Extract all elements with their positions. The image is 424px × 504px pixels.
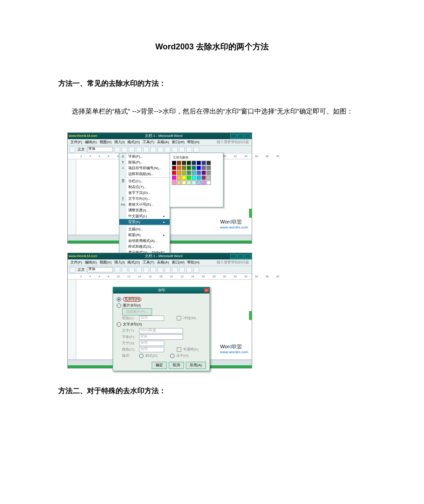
color-swatch[interactable] [206,166,211,170]
font-select[interactable]: 宋体 [87,147,113,152]
color-swatch[interactable] [206,175,211,180]
window-buttons[interactable] [230,134,251,139]
color-swatch[interactable] [182,166,186,170]
color-swatch[interactable] [182,180,186,185]
window-buttons[interactable] [230,254,251,259]
toolbar-button[interactable] [179,147,185,153]
color-swatch[interactable] [201,175,206,180]
toolbar[interactable]: 正文 宋体 [68,146,252,153]
menu-file[interactable]: 文件(F) [70,140,83,144]
color-swatch[interactable] [172,161,176,165]
more-colors[interactable]: 其他颜色(M)... [172,186,221,192]
menu-insert[interactable]: 插入(I) [114,140,126,144]
font-select-dlg[interactable]: 宋体 [139,334,183,340]
background-submenu[interactable]: 无填充颜色 其他颜色(M)... 填充效果(F)... 水印(W)... [170,153,223,207]
radio-picture-watermark[interactable]: 图片水印(I) [117,302,206,309]
text-select[interactable]: Word联盟 [139,328,183,333]
color-swatches[interactable] [172,161,221,185]
color-select[interactable]: 自动 [139,347,164,352]
color-swatch[interactable] [201,161,206,165]
color-swatch[interactable] [177,171,181,175]
toolbar-button[interactable] [165,147,170,153]
format-dropdown[interactable]: A字体(F)... ¶段落(P)... ≡项目符号和编号(N)... 边框和底纹… [119,153,170,262]
toolbar-button[interactable] [136,147,142,153]
color-swatch[interactable] [172,175,176,180]
toolbar[interactable]: 正文 宋体 [68,266,252,274]
toolbar-button[interactable] [129,147,135,153]
document-area[interactable]: d联盟 A字体(F)... ¶段落(P)... ≡项目符号和编号(N)... 边… [68,159,252,235]
color-swatch[interactable] [172,171,176,175]
menu-help[interactable]: 帮助(H) [186,140,215,144]
menu-bar[interactable]: 文件(F) 编辑(E) 视图(V) 插入(I) 格式(O) 工具(T) 表格(A… [68,139,252,146]
menu-window[interactable]: 窗口(W) [171,140,186,144]
color-swatch[interactable] [177,166,181,170]
color-swatch[interactable] [201,166,206,170]
watermark-item[interactable]: 水印(W)... [172,199,221,205]
menu-tools[interactable]: 工具(T) [142,140,155,144]
color-swatch[interactable] [197,161,201,165]
color-swatch[interactable] [201,171,206,175]
menu-bar[interactable]: 文件(F) 编辑(E) 视图(V) 插入(I) 格式(O) 工具(T) 表格(A… [68,259,252,266]
menu-table[interactable]: 表格(A) [156,140,170,144]
help-hint[interactable]: 键入需要帮助的问题 [216,140,250,144]
color-swatch[interactable] [187,175,191,180]
color-swatch[interactable] [206,180,211,185]
toolbar-button[interactable] [157,147,163,153]
toolbar-button[interactable] [186,147,192,153]
document-area[interactable]: 水印× 无水印(N) 图片水印(I) 选择图片(P)... 缩放(L): 自动 … [68,280,252,359]
toolbar-button[interactable] [172,147,178,153]
diagonal-radio[interactable] [139,354,144,358]
color-swatch[interactable] [177,175,181,180]
toolbar-button[interactable] [122,147,127,153]
scale-select[interactable]: 自动 [139,316,164,321]
menu-edit[interactable]: 编辑(E) [84,140,98,144]
color-swatch[interactable] [187,180,191,185]
no-fill-label[interactable]: 无填充颜色 [172,155,221,161]
color-swatch[interactable] [182,171,186,175]
color-swatch[interactable] [177,180,181,185]
color-swatch[interactable] [172,166,176,170]
color-swatch[interactable] [182,175,186,180]
menu-view[interactable]: 视图(V) [99,140,113,144]
color-swatch[interactable] [192,171,196,175]
color-swatch[interactable] [201,180,206,185]
watermark-dialog[interactable]: 水印× 无水印(N) 图片水印(I) 选择图片(P)... 缩放(L): 自动 … [113,287,210,371]
toolbar-button[interactable] [70,147,75,153]
close-icon[interactable]: × [204,288,209,292]
size-select[interactable]: 自动 [139,341,164,346]
toolbar-button[interactable] [114,147,120,153]
color-swatch[interactable] [206,171,211,175]
color-swatch[interactable] [187,166,191,170]
color-swatch[interactable] [182,161,186,165]
color-swatch[interactable] [177,161,181,165]
cancel-button[interactable]: 取消 [169,362,184,369]
style-label[interactable]: 正文 [77,148,86,151]
select-picture-button[interactable]: 选择图片(P)... [122,308,152,316]
fill-effects[interactable]: 填充效果(F)... [172,193,221,198]
toolbar-button[interactable] [143,147,149,153]
color-swatch[interactable] [192,161,196,165]
color-swatch[interactable] [172,180,176,185]
color-swatch[interactable] [192,166,196,170]
color-swatch[interactable] [187,171,191,175]
radio-no-watermark[interactable]: 无水印(N) [117,296,206,302]
color-swatch[interactable] [197,180,201,185]
color-swatch[interactable] [197,175,201,180]
menu-item-background[interactable]: 背景(K)▸ 无填充颜色 其他颜色(M)... 填充效果(F)... 水印(W)… [119,219,170,225]
toolbar-button[interactable] [150,147,156,153]
color-swatch[interactable] [197,166,201,170]
radio-text-watermark[interactable]: 文字水印(X) [117,321,206,328]
menu-item-tabs: 制表位(T)... [119,184,170,190]
color-swatch[interactable] [192,175,196,180]
apply-button[interactable]: 应用(A) [186,362,206,369]
menu-format[interactable]: 格式(O) [127,140,141,144]
semi-check[interactable] [177,347,181,352]
color-swatch[interactable] [206,161,211,165]
color-swatch[interactable] [187,161,191,165]
washout-check[interactable] [177,316,181,320]
toolbar-button[interactable] [193,147,199,153]
horizontal-radio[interactable] [170,354,175,358]
color-swatch[interactable] [197,171,201,175]
color-swatch[interactable] [192,180,196,185]
ok-button[interactable]: 确定 [152,362,167,369]
